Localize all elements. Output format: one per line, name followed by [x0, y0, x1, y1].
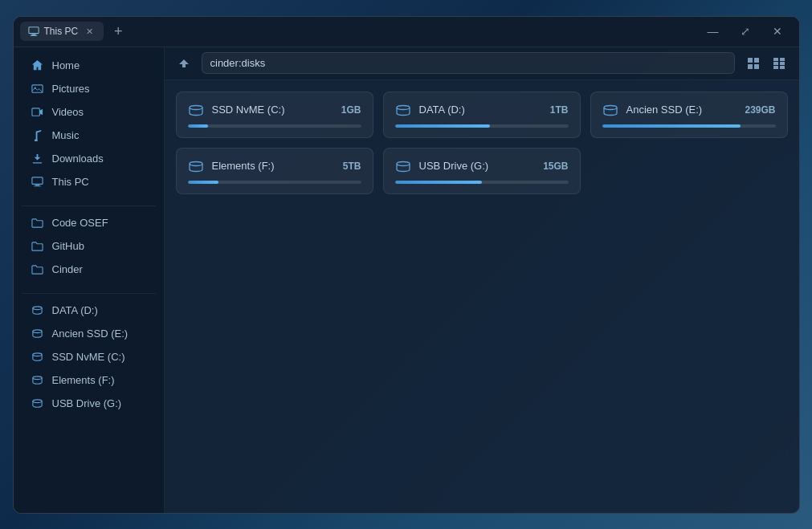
sidebar-divider-2 [22, 293, 156, 294]
tab-monitor-icon [28, 26, 39, 37]
drive-bar-fill-4 [395, 181, 482, 184]
drive-bar-bg-3 [188, 181, 361, 184]
drive-name-3: Elements (F:) [212, 160, 335, 172]
tab-label: This PC [44, 26, 79, 37]
maximize-button[interactable]: ⤢ [730, 20, 761, 43]
drive-icon-3 [31, 351, 44, 364]
home-icon [31, 59, 44, 72]
drive-name-2: Ancien SSD (E:) [626, 104, 737, 116]
drive-card-icon-4 [395, 158, 411, 174]
minimize-button[interactable]: — [698, 20, 728, 43]
svg-rect-22 [773, 66, 778, 69]
svg-point-25 [397, 105, 410, 109]
pictures-icon [31, 83, 44, 96]
sidebar-label-ssd-nvme: SSD NvME (C:) [52, 351, 125, 363]
drive-icon-4 [31, 374, 44, 387]
drive-name-4: USB Drive (G:) [419, 160, 536, 172]
list-view-button[interactable] [767, 52, 791, 75]
drives-grid: SSD NvME (C:) 1GB DATA (D:) 1TB [165, 80, 799, 205]
sidebar-item-downloads[interactable]: Downloads [18, 148, 159, 170]
svg-rect-2 [30, 35, 37, 36]
music-icon [31, 129, 44, 142]
drive-header-2: Ancien SSD (E:) 239GB [602, 102, 776, 118]
sidebar-item-data-d[interactable]: DATA (D:) [18, 299, 159, 322]
address-bar[interactable] [202, 52, 735, 74]
drive-card-2[interactable]: Ancien SSD (E:) 239GB [590, 92, 788, 138]
quick-access-section: Home Pictures [14, 54, 164, 194]
drive-card-icon-3 [188, 158, 204, 174]
drive-bar-bg-2 [602, 124, 776, 128]
sidebar-item-code-osef[interactable]: Code OSEF [18, 212, 159, 234]
drive-size-3: 5TB [343, 161, 361, 172]
drive-name-0: SSD NvME (C:) [212, 104, 333, 116]
sidebar-label-home: Home [52, 59, 80, 71]
sidebar-item-usb-g[interactable]: USB Drive (G:) [18, 393, 159, 415]
svg-point-24 [190, 105, 202, 109]
sidebar-item-github[interactable]: GitHub [18, 235, 159, 258]
sidebar-label-pictures: Pictures [52, 83, 90, 95]
svg-rect-0 [28, 27, 38, 34]
svg-point-11 [33, 353, 42, 356]
sidebar-label-code-osef: Code OSEF [52, 217, 108, 229]
sidebar-label-videos: Videos [52, 106, 84, 118]
sidebar-label-downloads: Downloads [52, 153, 104, 165]
grid-view-button[interactable] [741, 52, 765, 75]
sidebar-item-home[interactable]: Home [18, 55, 159, 77]
drive-card-icon-1 [395, 102, 411, 118]
svg-rect-18 [773, 58, 778, 61]
sidebar-label-data-d: DATA (D:) [52, 304, 98, 316]
svg-rect-8 [34, 185, 41, 186]
drives-section: DATA (D:) Ancien SSD (E:) [14, 299, 164, 416]
sidebar-item-elements-f[interactable]: Elements (F:) [18, 369, 159, 392]
tab-this-pc[interactable]: This PC ✕ [20, 22, 104, 41]
sidebar-item-videos[interactable]: Videos [18, 101, 159, 124]
sidebar-item-cinder[interactable]: Cinder [18, 258, 159, 281]
downloads-icon [31, 153, 44, 165]
sidebar-item-ssd-nvme[interactable]: SSD NvME (C:) [18, 346, 159, 368]
svg-point-9 [33, 307, 42, 310]
svg-point-12 [33, 376, 42, 380]
svg-point-28 [397, 161, 410, 165]
drive-bar-fill-3 [188, 181, 219, 184]
svg-point-10 [33, 330, 42, 333]
svg-rect-17 [754, 64, 759, 69]
drive-size-1: 1TB [550, 104, 569, 116]
drive-size-0: 1GB [341, 104, 361, 116]
new-tab-button[interactable]: + [107, 20, 129, 43]
sidebar-item-music[interactable]: Music [18, 124, 159, 147]
drive-card-4[interactable]: USB Drive (G:) 15GB [383, 148, 581, 194]
drive-header-1: DATA (D:) 1TB [395, 102, 569, 118]
svg-rect-14 [748, 58, 753, 63]
drive-card-0[interactable]: SSD NvME (C:) 1GB [176, 92, 373, 138]
file-explorer-window: This PC ✕ + — ⤢ ✕ Home [13, 16, 800, 514]
folder-icon [31, 217, 44, 230]
svg-rect-19 [780, 58, 785, 61]
svg-rect-20 [773, 62, 778, 65]
drive-header-4: USB Drive (G:) 15GB [395, 158, 569, 174]
drive-icon-2 [31, 328, 44, 340]
file-area: SSD NvME (C:) 1GB DATA (D:) 1TB [165, 47, 799, 513]
toolbar [165, 47, 799, 80]
folder-icon-2 [31, 240, 44, 253]
folders-section: Code OSEF GitHub [14, 211, 164, 282]
sidebar-item-ancien-ssd[interactable]: Ancien SSD (E:) [18, 323, 159, 345]
svg-rect-15 [754, 58, 759, 63]
drive-bar-bg-0 [188, 124, 361, 128]
up-button[interactable] [173, 52, 195, 75]
svg-rect-21 [780, 62, 785, 65]
close-button[interactable]: ✕ [762, 20, 793, 43]
drive-icon-1 [31, 304, 44, 317]
tab-close-button[interactable]: ✕ [83, 25, 96, 38]
sidebar-label-usb-g: USB Drive (G:) [52, 397, 122, 409]
drive-card-icon-0 [188, 102, 204, 118]
sidebar-item-pictures[interactable]: Pictures [18, 78, 159, 100]
drive-card-3[interactable]: Elements (F:) 5TB [176, 148, 373, 194]
drive-icon-5 [31, 397, 44, 410]
folder-icon-3 [31, 263, 44, 276]
drive-card-1[interactable]: DATA (D:) 1TB [383, 92, 581, 138]
titlebar: This PC ✕ + — ⤢ ✕ [14, 17, 799, 47]
drive-bar-fill-0 [188, 124, 209, 128]
window-controls: — ⤢ ✕ [698, 20, 793, 43]
thispc-icon [31, 176, 44, 189]
sidebar-item-thispc[interactable]: This PC [18, 171, 159, 193]
